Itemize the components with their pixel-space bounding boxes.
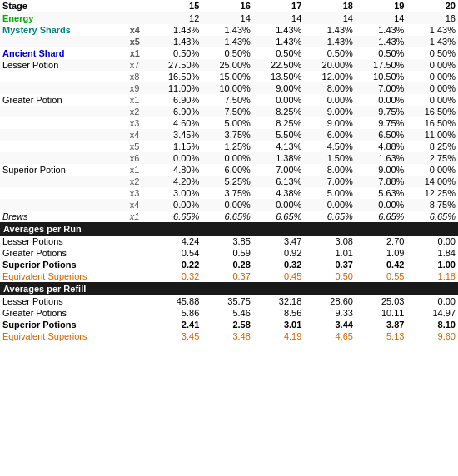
row-value: 8.00%: [304, 164, 356, 176]
row-value: 0.50%: [406, 47, 458, 59]
avg-refill-row-value: 2.58: [202, 319, 253, 330]
col-17: 17: [253, 0, 305, 12]
row-value: 8.25%: [253, 106, 305, 117]
row-value: 6.65%: [304, 211, 356, 222]
row-mult: x1: [127, 211, 151, 222]
row-value: 1.38%: [253, 152, 305, 164]
row-name: Brews: [0, 211, 127, 222]
row-name: [0, 152, 127, 164]
row-value: 0.00%: [304, 199, 356, 211]
avg-refill-row-mult: [127, 295, 151, 307]
avg-row-value: 0.59: [202, 247, 253, 259]
table-row: Brewsx16.65%6.65%6.65%6.65%6.65%6.65%: [0, 211, 458, 222]
row-value: 13.50%: [253, 71, 305, 82]
table-row: x911.00%10.00%9.00%8.00%7.00%0.00%: [0, 82, 458, 94]
row-value: 9.00%: [356, 164, 407, 176]
row-name: Ancient Shard: [0, 47, 127, 59]
row-name: [0, 199, 127, 211]
row-value: 7.00%: [253, 164, 305, 176]
avg-refill-row: Equivalent Superiors3.453.484.194.655.13…: [0, 330, 458, 342]
row-value: 1.15%: [151, 141, 202, 152]
row-value: 4.13%: [253, 141, 305, 152]
row-value: 8.25%: [406, 141, 458, 152]
table-row: x33.00%3.75%4.38%5.00%5.63%12.25%: [0, 187, 458, 199]
avg-refill-row-value: 8.10: [406, 319, 458, 330]
row-value: 8.00%: [304, 82, 356, 94]
row-value: 0.00%: [151, 152, 202, 164]
row-value: 7.88%: [356, 176, 407, 187]
row-value: 1.43%: [304, 24, 356, 36]
avg-row-value: 0.50: [304, 270, 356, 282]
avg-row-value: 0.32: [151, 270, 202, 282]
avg-refill-row-value: 5.46: [202, 307, 253, 319]
row-value: 1.43%: [406, 36, 458, 47]
row-value: 8.25%: [253, 117, 305, 129]
row-value: 4.20%: [151, 176, 202, 187]
row-value: 0.00%: [202, 152, 253, 164]
row-value: 10.50%: [356, 71, 407, 82]
avg-refill-row-value: 3.87: [356, 319, 407, 330]
avg-row-name: Superior Potions: [0, 259, 127, 270]
row-value: 6.65%: [356, 211, 407, 222]
avg-row-value: 0.00: [406, 236, 458, 247]
row-value: 11.00%: [151, 82, 202, 94]
row-value: 1.25%: [202, 141, 253, 152]
row-value: 4.50%: [304, 141, 356, 152]
row-value: 0.00%: [151, 199, 202, 211]
avg-row-mult: [127, 270, 151, 282]
row-name: [0, 106, 127, 117]
row-mult: x9: [127, 82, 151, 94]
row-value: 14: [253, 12, 305, 25]
row-mult: x4: [127, 24, 151, 36]
row-value: 6.90%: [151, 94, 202, 106]
row-value: 22.50%: [253, 59, 305, 71]
row-value: 14: [356, 12, 407, 25]
avg-refill-row-value: 3.45: [151, 330, 202, 342]
row-value: 6.65%: [151, 211, 202, 222]
row-name: [0, 129, 127, 141]
row-value: 27.50%: [151, 59, 202, 71]
avg-row-value: 1.18: [406, 270, 458, 282]
row-value: 20.00%: [304, 59, 356, 71]
row-name: [0, 176, 127, 187]
table-row: x40.00%0.00%0.00%0.00%0.00%8.75%: [0, 199, 458, 211]
avg-refill-row-value: 10.11: [356, 307, 407, 319]
avg-refill-row: Lesser Potions45.8835.7532.1828.6025.030…: [0, 295, 458, 307]
row-value: 12.25%: [406, 187, 458, 199]
avg-refill-row-value: 25.03: [356, 295, 407, 307]
avg-row-value: 0.42: [356, 259, 407, 270]
avg-refill-row-value: 14.97: [406, 307, 458, 319]
row-value: 12.00%: [304, 71, 356, 82]
row-value: 16.50%: [151, 71, 202, 82]
avg-row-value: 0.54: [151, 247, 202, 259]
row-value: 6.13%: [253, 176, 305, 187]
row-value: 16.50%: [406, 106, 458, 117]
row-value: 3.45%: [151, 129, 202, 141]
avg-row-value: 0.55: [356, 270, 407, 282]
avg-row-mult: [127, 259, 151, 270]
row-mult: x1: [127, 47, 151, 59]
table-row: Lesser Potionx727.50%25.00%22.50%20.00%1…: [0, 59, 458, 71]
row-value: 1.50%: [304, 152, 356, 164]
row-mult: x2: [127, 106, 151, 117]
table-row: Ancient Shardx10.50%0.50%0.50%0.50%0.50%…: [0, 47, 458, 59]
row-value: 0.00%: [304, 94, 356, 106]
row-value: 0.00%: [406, 82, 458, 94]
avg-row-value: 1.01: [304, 247, 356, 259]
row-mult: x6: [127, 152, 151, 164]
row-value: 0.50%: [253, 47, 305, 59]
row-value: 11.00%: [406, 129, 458, 141]
row-name: [0, 36, 127, 47]
row-mult: x4: [127, 199, 151, 211]
avg-refill-row-value: 2.41: [151, 319, 202, 330]
table-row: x51.43%1.43%1.43%1.43%1.43%1.43%: [0, 36, 458, 47]
avg-refill-row-value: 32.18: [253, 295, 305, 307]
col-15: 15: [151, 0, 202, 12]
avg-refill-row-value: 5.86: [151, 307, 202, 319]
avg-row-value: 0.22: [151, 259, 202, 270]
row-value: 1.43%: [253, 24, 305, 36]
row-value: 1.43%: [356, 36, 407, 47]
avg-row-value: 0.32: [253, 259, 305, 270]
row-name: [0, 71, 127, 82]
row-mult: x4: [127, 129, 151, 141]
